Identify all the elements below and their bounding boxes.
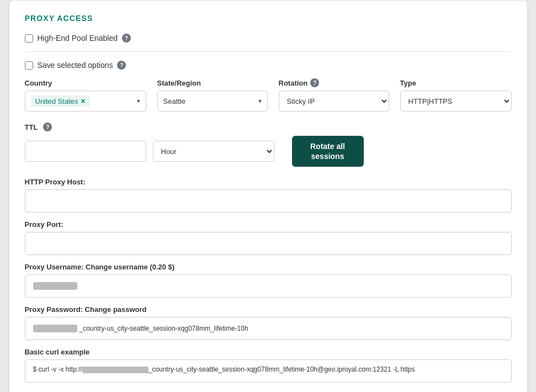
high-end-pool-row: High-End Pool Enabled ?: [25, 34, 512, 43]
http-proxy-host-input[interactable]: geo.iproyal.com: [25, 189, 512, 213]
high-end-pool-help-icon[interactable]: ?: [122, 34, 131, 43]
save-options-row: Save selected options ?: [25, 61, 512, 70]
ttl-label: TTL ?: [25, 123, 512, 131]
rotation-select[interactable]: Sticky IP Rotating: [279, 91, 389, 112]
divider-1: [25, 51, 512, 52]
save-options-help-icon[interactable]: ?: [117, 61, 126, 70]
save-options-label: Save selected options: [38, 61, 113, 70]
type-select[interactable]: HTTP|HTTPS SOCKS5: [400, 91, 512, 112]
ttl-help-icon[interactable]: ?: [43, 123, 52, 131]
rotation-label: Rotation ?: [279, 78, 389, 87]
state-select[interactable]: Seattle ▾: [157, 91, 268, 112]
country-tag-remove[interactable]: ×: [81, 97, 86, 105]
proxy-password-section: Proxy Password: Change password _country…: [25, 305, 512, 340]
rotation-help-icon[interactable]: ?: [310, 78, 319, 87]
country-select[interactable]: United States × ▾: [25, 91, 146, 112]
http-proxy-host-label: HTTP Proxy Host:: [25, 178, 512, 186]
password-blurred: [33, 325, 77, 332]
type-label: Type: [400, 79, 512, 87]
high-end-pool-label: High-End Pool Enabled: [38, 34, 118, 43]
proxy-port-input[interactable]: 12321: [25, 232, 512, 255]
type-group: Type HTTP|HTTPS SOCKS5: [400, 79, 512, 112]
proxy-access-card: PROXY ACCESS High-End Pool Enabled ? Sav…: [9, 0, 528, 392]
country-chevron-icon: ▾: [137, 97, 140, 105]
save-options-checkbox[interactable]: [25, 61, 33, 70]
ttl-section: TTL ? 10 Minute Hour Day Rotate allsessi…: [25, 123, 512, 167]
rotation-group: Rotation ? Sticky IP Rotating: [279, 78, 389, 112]
form-row-1: Country United States × ▾ State/Region S…: [25, 78, 512, 112]
country-tag-value: United States: [35, 97, 78, 105]
curl-label: Basic curl example: [25, 348, 512, 356]
curl-input[interactable]: $ curl -v -x http://_country-us_city-sea…: [25, 359, 512, 383]
curl-suffix: _country-us_city-seattle_session-xqg078m…: [148, 365, 415, 373]
proxy-username-label: Proxy Username: Change username (0.20 $): [25, 263, 512, 271]
section-title: PROXY ACCESS: [25, 14, 512, 23]
proxy-username-section: Proxy Username: Change username (0.20 $): [25, 263, 512, 298]
state-group: State/Region Seattle ▾: [157, 79, 268, 112]
proxy-password-input[interactable]: _country-us_city-seattle_session-xqg078m…: [25, 317, 512, 340]
country-group: Country United States × ▾: [25, 79, 146, 112]
password-suffix: _country-us_city-seattle_session-xqg078m…: [79, 325, 248, 332]
proxy-username-input[interactable]: [25, 274, 512, 298]
country-tag: United States ×: [31, 96, 90, 107]
state-label: State/Region: [157, 79, 268, 87]
ttl-input[interactable]: 10: [25, 141, 146, 162]
proxy-port-label: Proxy Port:: [25, 220, 512, 229]
rotate-sessions-button[interactable]: Rotate allsessions: [292, 136, 364, 167]
high-end-pool-checkbox[interactable]: [25, 34, 33, 43]
country-label: Country: [25, 79, 146, 87]
proxy-port-section: Proxy Port: 12321: [25, 220, 512, 255]
proxy-password-label: Proxy Password: Change password: [25, 305, 512, 314]
username-blurred: [33, 282, 77, 290]
curl-prefix: $ curl -v -x http://: [33, 365, 82, 373]
curl-blurred: [82, 367, 148, 373]
state-chevron-icon: ▾: [258, 97, 262, 105]
ttl-row: 10 Minute Hour Day Rotate allsessions: [25, 136, 512, 167]
ttl-unit-select[interactable]: Minute Hour Day: [153, 141, 274, 162]
curl-section: Basic curl example $ curl -v -x http://_…: [25, 348, 512, 383]
http-proxy-host-section: HTTP Proxy Host: geo.iproyal.com: [25, 178, 512, 213]
state-value: Seattle: [163, 97, 185, 105]
